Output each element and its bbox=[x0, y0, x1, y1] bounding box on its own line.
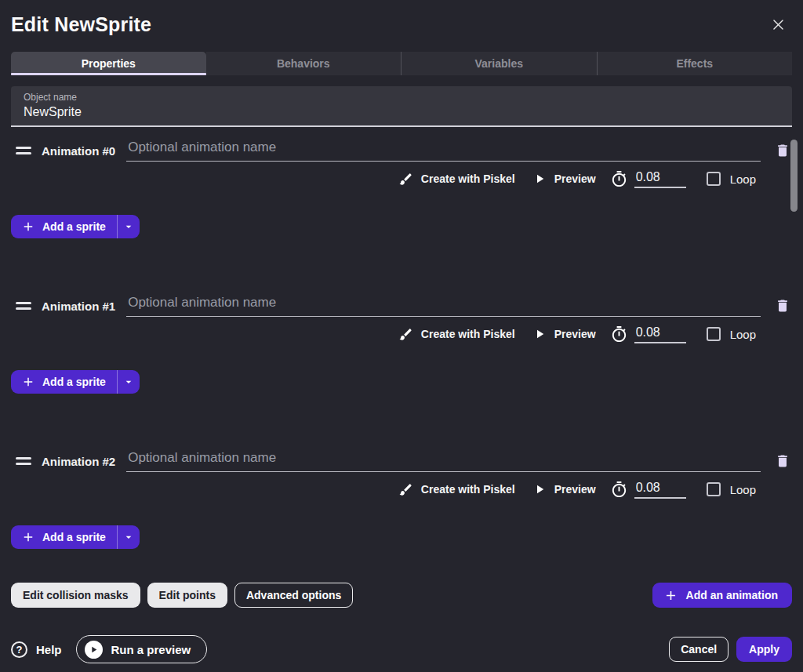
close-button[interactable] bbox=[769, 16, 787, 34]
loop-toggle: Loop bbox=[707, 482, 756, 496]
object-name-label: Object name bbox=[24, 92, 779, 103]
edit-sprite-dialog: Edit NewSprite Properties Behaviors Vari… bbox=[0, 0, 803, 672]
add-animation-label: Add an animation bbox=[686, 589, 778, 601]
cancel-button[interactable]: Cancel bbox=[669, 637, 729, 662]
animation-label: Animation #1 bbox=[42, 300, 115, 313]
animation-toolbar: Create with Piskel Preview Loop bbox=[11, 168, 792, 190]
object-name-field: Object name bbox=[11, 86, 792, 127]
advanced-options-button[interactable]: Advanced options bbox=[234, 583, 353, 608]
add-animation-button[interactable]: Add an animation bbox=[652, 583, 792, 608]
animation-header: Animation #0 bbox=[11, 140, 792, 162]
run-preview-label: Run a preview bbox=[111, 643, 191, 656]
secondary-actions-row: Edit collision masks Edit points Advance… bbox=[11, 583, 792, 608]
delete-animation-button[interactable] bbox=[773, 452, 792, 470]
add-sprite-button: Add a sprite bbox=[11, 370, 140, 394]
animation-label: Animation #2 bbox=[42, 455, 115, 468]
add-sprite-main-button[interactable]: Add a sprite bbox=[11, 370, 117, 394]
caret-down-icon bbox=[122, 531, 135, 543]
timer-icon bbox=[610, 170, 628, 188]
edit-collision-masks-button[interactable]: Edit collision masks bbox=[11, 583, 140, 608]
plus-icon bbox=[663, 588, 678, 603]
time-between-frames-input[interactable] bbox=[634, 325, 686, 343]
trash-icon bbox=[775, 297, 790, 314]
time-between-frames bbox=[610, 170, 686, 188]
apply-button[interactable]: Apply bbox=[736, 637, 792, 662]
add-sprite-label: Add a sprite bbox=[42, 531, 106, 543]
run-preview-button[interactable]: Run a preview bbox=[76, 635, 208, 663]
create-with-piskel-label: Create with Piskel bbox=[421, 328, 515, 340]
add-sprite-main-button[interactable]: Add a sprite bbox=[11, 525, 117, 549]
animation-header: Animation #2 bbox=[11, 450, 792, 472]
drag-handle-icon[interactable] bbox=[16, 457, 31, 465]
loop-toggle: Loop bbox=[707, 327, 756, 341]
scrollbar-thumb[interactable] bbox=[790, 140, 798, 212]
dialog-title: Edit NewSprite bbox=[11, 13, 151, 36]
create-with-piskel-button[interactable]: Create with Piskel bbox=[397, 324, 517, 345]
animation-name-input[interactable] bbox=[126, 295, 761, 317]
create-with-piskel-label: Create with Piskel bbox=[421, 483, 515, 496]
timer-icon bbox=[610, 325, 628, 343]
play-icon bbox=[532, 482, 547, 496]
trash-icon bbox=[775, 452, 790, 470]
tab-effects[interactable]: Effects bbox=[597, 52, 793, 75]
add-sprite-dropdown-button[interactable] bbox=[117, 215, 140, 238]
loop-label: Loop bbox=[730, 483, 756, 496]
animation-name-input[interactable] bbox=[126, 450, 761, 472]
preview-label: Preview bbox=[554, 173, 596, 185]
edit-points-button[interactable]: Edit points bbox=[147, 583, 227, 608]
add-sprite-main-button[interactable]: Add a sprite bbox=[11, 215, 117, 238]
add-sprite-label: Add a sprite bbox=[42, 376, 106, 388]
plus-icon bbox=[21, 530, 35, 544]
tab-variables[interactable]: Variables bbox=[401, 52, 597, 75]
animation-name-input[interactable] bbox=[126, 140, 761, 162]
plus-icon bbox=[21, 375, 35, 389]
play-icon bbox=[532, 327, 547, 341]
animation-header: Animation #1 bbox=[11, 295, 792, 317]
caret-down-icon bbox=[122, 376, 135, 388]
create-with-piskel-button[interactable]: Create with Piskel bbox=[397, 169, 517, 190]
dialog-titlebar: Edit NewSprite bbox=[11, 13, 792, 36]
animation-label: Animation #0 bbox=[42, 144, 115, 158]
tab-behaviors[interactable]: Behaviors bbox=[206, 52, 402, 75]
loop-checkbox[interactable] bbox=[707, 327, 721, 341]
loop-checkbox[interactable] bbox=[707, 172, 721, 186]
loop-checkbox[interactable] bbox=[707, 482, 721, 496]
animation-toolbar: Create with Piskel Preview Loop bbox=[11, 323, 792, 345]
play-circle-icon bbox=[85, 641, 103, 659]
loop-label: Loop bbox=[730, 328, 756, 341]
preview-label: Preview bbox=[554, 328, 596, 340]
add-sprite-dropdown-button[interactable] bbox=[117, 525, 140, 549]
object-name-input[interactable] bbox=[24, 103, 779, 119]
preview-button[interactable]: Preview bbox=[531, 479, 598, 499]
plus-icon bbox=[21, 220, 35, 234]
caret-down-icon bbox=[122, 220, 135, 233]
create-with-piskel-button[interactable]: Create with Piskel bbox=[397, 479, 517, 500]
brush-icon bbox=[398, 327, 413, 342]
animation-section: Animation #2 Create with Piskel Preview … bbox=[11, 450, 792, 549]
trash-icon bbox=[775, 142, 790, 159]
add-sprite-dropdown-button[interactable] bbox=[117, 370, 140, 394]
add-sprite-row: Add a sprite bbox=[11, 370, 792, 394]
tab-properties[interactable]: Properties bbox=[11, 52, 206, 75]
brush-icon bbox=[398, 482, 413, 497]
play-icon bbox=[532, 172, 547, 186]
create-with-piskel-label: Create with Piskel bbox=[421, 173, 515, 185]
add-sprite-label: Add a sprite bbox=[42, 220, 106, 233]
brush-icon bbox=[398, 172, 413, 187]
time-between-frames-input[interactable] bbox=[634, 481, 686, 499]
animation-toolbar: Create with Piskel Preview Loop bbox=[11, 478, 792, 500]
help-icon: ? bbox=[11, 641, 27, 658]
help-label: Help bbox=[36, 643, 62, 656]
drag-handle-icon[interactable] bbox=[16, 147, 31, 154]
help-button[interactable]: ? Help bbox=[11, 641, 62, 658]
preview-button[interactable]: Preview bbox=[531, 169, 598, 189]
animation-section: Animation #0 Create with Piskel Preview … bbox=[11, 140, 792, 238]
dialog-footer: ? Help Run a preview Cancel Apply bbox=[11, 635, 792, 663]
delete-animation-button[interactable] bbox=[773, 141, 792, 160]
time-between-frames bbox=[610, 481, 686, 499]
timer-icon bbox=[610, 481, 628, 499]
drag-handle-icon[interactable] bbox=[16, 302, 31, 310]
time-between-frames-input[interactable] bbox=[634, 170, 686, 188]
delete-animation-button[interactable] bbox=[773, 296, 792, 315]
preview-button[interactable]: Preview bbox=[531, 324, 598, 344]
